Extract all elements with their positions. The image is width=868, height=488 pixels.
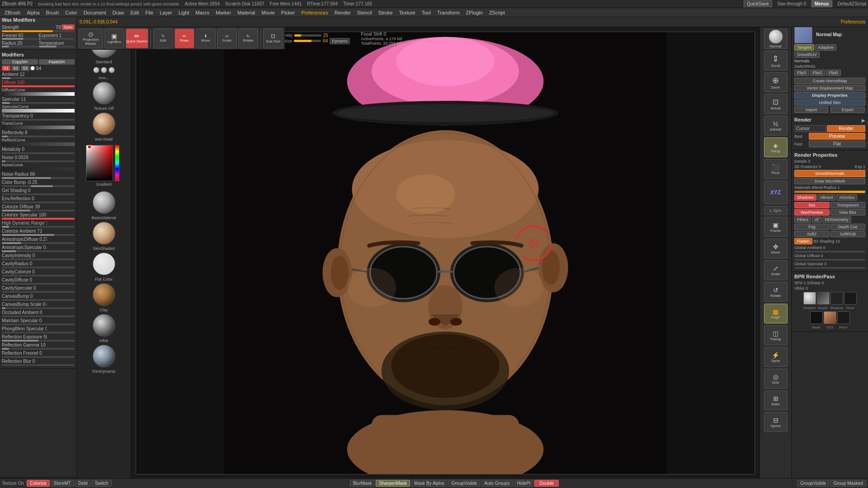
view-blur-button[interactable]: View Blur [830, 209, 866, 216]
cavity-radius-slider[interactable] [2, 267, 75, 268]
sharpen-mask-button[interactable]: SharpenMask [376, 480, 410, 487]
floor-thumb[interactable] [844, 292, 857, 305]
dot3[interactable] [108, 67, 115, 73]
high-dynamic-range-slider[interactable] [2, 226, 75, 228]
phong-blinn-slider[interactable] [2, 332, 75, 333]
canvas-bump-slider[interactable] [2, 299, 75, 301]
s4-radio[interactable] [30, 66, 35, 70]
hd-geometry-button[interactable]: HDGeometry [822, 216, 852, 223]
menu-file[interactable]: File [142, 10, 156, 15]
soft-rgb-button[interactable]: SoftRGB [830, 231, 866, 237]
auto-groups-button[interactable]: Auto Groups [481, 480, 513, 487]
flatten-button[interactable]: Flatten [794, 238, 812, 244]
shadow-thumb[interactable] [830, 292, 843, 305]
actual-btn[interactable]: ⊡ Actual [764, 94, 788, 114]
sss-button[interactable]: Sss [794, 202, 830, 208]
reflection-blur-slider[interactable] [2, 364, 75, 366]
menu-preferences[interactable]: Preferences [298, 10, 330, 15]
create-normal-map-button[interactable]: Create NormalMap [794, 78, 865, 84]
inflat-ball[interactable] [93, 314, 115, 337]
poly-f-btn[interactable]: ▦ PolyF [764, 304, 788, 324]
color-bump-slider[interactable] [2, 185, 75, 187]
reflection-exposure-slider[interactable] [2, 340, 75, 342]
scale-view-btn[interactable]: ⤢ Scale [764, 260, 788, 280]
menu-brush[interactable]: Brush [43, 10, 62, 15]
ambient-slider[interactable] [2, 77, 75, 79]
gel-shading-slider[interactable] [2, 193, 75, 195]
fibers-button[interactable]: Fibers [794, 216, 811, 223]
preview-button[interactable]: Preview [809, 133, 865, 140]
expand-render-button[interactable]: ▶ [862, 118, 865, 123]
menu-transform[interactable]: Transform [434, 10, 462, 15]
xyz-btn[interactable]: XYZ [764, 181, 788, 204]
env-reflection-slider[interactable] [2, 202, 75, 203]
debt-button[interactable]: Debt [75, 480, 91, 487]
soft-z-button[interactable]: SoftZ [794, 231, 830, 237]
global-ambient-slider[interactable] [794, 251, 865, 253]
menu-layer[interactable]: Layer [157, 10, 175, 15]
menu-macro[interactable]: Macro [193, 10, 212, 15]
smooth-uv-button[interactable]: SmoothUV [794, 52, 820, 58]
flat-button[interactable]: Flat [809, 141, 865, 147]
hide-pt-button[interactable]: HidePt [514, 480, 533, 487]
double-button[interactable]: Double [534, 480, 559, 487]
menu-draw[interactable]: Draw [110, 10, 127, 15]
group-visible2-button[interactable]: GroupVisible [797, 480, 829, 487]
menu-zbrush[interactable]: ZBrush [2, 10, 23, 15]
lightbox-button[interactable]: ▣ LightBox [104, 28, 124, 48]
global-specular-slider[interactable] [794, 267, 865, 269]
noise-radius-slider[interactable] [2, 177, 75, 179]
dyna-btn[interactable]: ⚡ Dyna [764, 347, 788, 367]
floor-btn[interactable]: ⬛ Floor [764, 159, 788, 179]
colorize-ambient-slider[interactable] [2, 234, 75, 236]
projection-master-button[interactable]: ⊙ Projection Master [79, 28, 103, 48]
texture-off-ball[interactable] [93, 82, 115, 104]
menu-document[interactable]: Document [81, 10, 109, 15]
switch-button[interactable]: Switch [92, 480, 111, 487]
reflect-curve-slider[interactable] [2, 142, 75, 146]
global-diffuse-slider[interactable] [794, 259, 865, 261]
depth-cue-button[interactable]: Depth Cue [830, 224, 866, 230]
move-button[interactable]: ⬆ Move [196, 28, 216, 48]
move-view-btn[interactable]: ✥ Move [764, 239, 788, 258]
flip-g-button[interactable]: FlipG [810, 70, 826, 76]
menu-picker[interactable]: Picker [278, 10, 298, 15]
radius-slider[interactable] [2, 46, 38, 47]
specular-curve-slider[interactable] [2, 109, 75, 113]
s2-button[interactable]: S2 [11, 66, 20, 71]
basic-material-ball[interactable] [93, 191, 115, 214]
metalicity-slider[interactable] [2, 152, 75, 154]
maintain-specular-slider[interactable] [2, 324, 75, 325]
xpose-btn[interactable]: ⊟ Xpose [764, 412, 788, 432]
import-button[interactable]: Import [794, 107, 828, 113]
solo-btn[interactable]: ◎ Solo [764, 369, 788, 389]
diffuse-curve-slider[interactable] [2, 92, 75, 96]
vector-displacement-button[interactable]: Vector Displacement Map [794, 85, 865, 91]
dot2[interactable] [101, 67, 107, 73]
specular-slider[interactable] [2, 102, 75, 104]
temperature-slider[interactable] [39, 46, 75, 47]
aocclus-button[interactable]: AOcclus [836, 194, 857, 201]
display-properties-button[interactable]: Display Properties [794, 92, 865, 99]
flip-b-button[interactable]: FlipB [826, 70, 841, 76]
occluded-ambient-slider[interactable] [2, 315, 75, 317]
cursor-input[interactable]: Cursor [794, 125, 826, 132]
aahalf-btn[interactable]: ½ AAHalf [764, 116, 788, 136]
floor-btn2[interactable] [837, 311, 850, 324]
lsym-btn[interactable]: L.Sym [764, 206, 788, 215]
bake-btn[interactable]: ⊞ Bake [764, 390, 788, 410]
menu-stroke[interactable]: Stroke [376, 10, 396, 15]
materials-blend-bar[interactable] [794, 191, 865, 193]
canvas-inner[interactable] [136, 32, 755, 474]
edit-button[interactable]: ✎ Edit [153, 28, 173, 48]
colorize-diffuse-slider[interactable] [2, 210, 75, 211]
trans-curve-slider[interactable] [2, 126, 75, 129]
blur-mask-button[interactable]: BlurMask [350, 480, 375, 487]
cavity-specular-slider[interactable] [2, 291, 75, 293]
smooth-normals-button[interactable]: SmoothNormals [794, 170, 865, 177]
noise-slider[interactable] [2, 160, 75, 162]
shadows-button[interactable]: Shadows [794, 194, 816, 201]
exponent-slider[interactable] [39, 38, 75, 40]
menu-color[interactable]: Color [62, 10, 80, 15]
unified-skin-button[interactable]: Unified Skin [794, 99, 865, 106]
